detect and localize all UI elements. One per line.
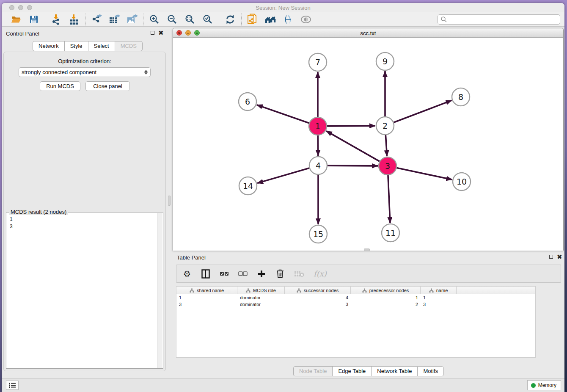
show-hide-button[interactable] (300, 14, 312, 25)
table-cell: 3 (421, 302, 457, 307)
network-canvas[interactable]: 1234678910111415 (173, 38, 563, 251)
column-header-predecessor-nodes[interactable]: predecessor nodes (351, 287, 421, 294)
search-field[interactable] (438, 14, 560, 25)
network-graph[interactable]: 1234678910111415 (173, 38, 563, 251)
node-table[interactable]: shared nameMCDS rolesuccessor nodesprede… (176, 286, 536, 358)
graph-edge-1-6[interactable] (257, 105, 309, 123)
tab-edge-table[interactable]: Edge Table (332, 366, 371, 376)
import-network-button[interactable] (50, 14, 62, 25)
refresh-button[interactable] (224, 14, 236, 25)
column-header-name[interactable]: name (421, 287, 457, 294)
graph-node-7[interactable]: 7 (309, 53, 327, 71)
graph-edge-2-3[interactable] (385, 135, 387, 156)
unchecked-boxes-icon (238, 271, 248, 276)
tab-network-table[interactable]: Network Table (371, 366, 417, 376)
save-session-button[interactable] (28, 14, 40, 25)
import-table-button[interactable] (68, 14, 80, 25)
first-neighbors-button[interactable] (264, 14, 276, 25)
column-header-shared-name[interactable]: shared name (176, 287, 237, 294)
vizmapper-button[interactable] (282, 14, 294, 25)
memory-button[interactable]: Memory (527, 380, 561, 390)
graph-edge-3-10[interactable] (396, 168, 452, 179)
panel-divider-handle[interactable] (168, 196, 171, 206)
close-panel-icon[interactable]: ✖ (158, 31, 164, 35)
graph-node-3[interactable]: 3 (379, 157, 396, 175)
graph-node-10[interactable]: 10 (453, 173, 471, 190)
graph-node-1[interactable]: 1 (309, 117, 327, 135)
network-frame-titlebar[interactable]: × − + scc.txt (173, 28, 563, 38)
float-table-panel-icon[interactable] (549, 255, 553, 259)
delete-column-button[interactable] (275, 269, 285, 279)
zoom-fit-button[interactable] (184, 14, 196, 25)
close-table-panel-icon[interactable]: ✖ (557, 255, 562, 259)
export-image-icon (126, 14, 138, 25)
zoom-in-button[interactable] (149, 14, 160, 25)
delete-table-button[interactable] (294, 269, 304, 279)
close-panel-button[interactable]: Close panel (85, 81, 130, 91)
column-header-successor-nodes[interactable]: successor nodes (285, 287, 351, 294)
select-all-columns-button[interactable] (220, 269, 229, 279)
fx-icon: f(x) (314, 269, 327, 278)
save-floppy-icon (29, 14, 39, 25)
run-mcds-button[interactable]: Run MCDS (40, 81, 80, 91)
open-session-button[interactable] (10, 14, 22, 25)
graph-node-label: 3 (385, 161, 390, 171)
column-header-MCDS-role[interactable]: MCDS role (237, 287, 285, 294)
graph-edge-3-11[interactable] (388, 175, 390, 223)
table-row[interactable]: 1dominator411 (176, 294, 535, 301)
graph-edge-1-4[interactable] (318, 135, 318, 156)
tab-node-table[interactable]: Node Table (293, 366, 333, 376)
column-layout-button[interactable] (201, 269, 210, 279)
float-panel-icon[interactable] (151, 31, 154, 35)
criterion-value: strongly connected component (22, 69, 144, 75)
export-image-button[interactable] (126, 14, 138, 25)
graph-node-15[interactable]: 15 (309, 225, 327, 243)
deselect-all-columns-button[interactable] (238, 269, 248, 279)
zoom-out-button[interactable] (166, 14, 178, 25)
export-network-button[interactable] (91, 14, 102, 25)
graph-node-9[interactable]: 9 (376, 52, 394, 70)
graph-edge-4-3[interactable] (327, 166, 378, 166)
graph-node-8[interactable]: 8 (452, 88, 470, 106)
control-panel-title: Control Panel (6, 30, 39, 37)
table-cell: 2 (351, 302, 421, 307)
mcds-result-box: MCDS result (2 nodes) 1 3 (6, 212, 163, 369)
tab-mcds[interactable]: MCDS (115, 41, 143, 51)
tab-style[interactable]: Style (64, 41, 88, 51)
export-network-icon (91, 14, 102, 25)
table-settings-button[interactable]: ⚙ (182, 269, 192, 279)
memory-label: Memory (538, 382, 556, 388)
export-table-button[interactable] (108, 14, 120, 25)
add-column-button[interactable] (257, 269, 266, 279)
clone-network-button[interactable] (247, 14, 259, 25)
tab-motifs[interactable]: Motifs (417, 366, 444, 376)
graph-edge-3-1[interactable] (326, 131, 380, 161)
table-cell: 4 (285, 295, 351, 300)
tab-network[interactable]: Network (33, 41, 64, 51)
graph-node-6[interactable]: 6 (239, 93, 256, 110)
graph-edge-1-2[interactable] (327, 126, 375, 126)
result-scrollbar[interactable] (157, 213, 162, 368)
tab-select[interactable]: Select (88, 41, 115, 51)
zoom-selected-button[interactable] (202, 14, 214, 25)
graph-edge-4-14[interactable] (257, 168, 310, 183)
frame-resize-handle[interactable] (364, 248, 370, 251)
search-input[interactable] (447, 15, 560, 24)
function-builder-button[interactable]: f(x) (314, 269, 327, 279)
import-network-icon (51, 14, 62, 25)
task-history-button[interactable] (6, 381, 19, 390)
mcds-result-values: 1 3 (10, 216, 13, 230)
hierarchy-icon (246, 288, 250, 293)
graph-node-4[interactable]: 4 (309, 157, 327, 174)
search-icon (440, 16, 447, 23)
checked-boxes-icon (220, 271, 229, 276)
graph-node-2[interactable]: 2 (376, 117, 394, 135)
graph-edge-2-8[interactable] (394, 100, 452, 122)
graph-node-11[interactable]: 11 (382, 224, 399, 242)
criterion-dropdown[interactable]: strongly connected component (19, 67, 151, 77)
table-row[interactable]: 3dominator323 (176, 301, 535, 308)
application-window: Session: New Session (2, 3, 564, 392)
graph-node-label: 7 (315, 58, 320, 67)
table-panel-title: Table Panel (177, 254, 206, 261)
graph-node-14[interactable]: 14 (239, 177, 257, 195)
